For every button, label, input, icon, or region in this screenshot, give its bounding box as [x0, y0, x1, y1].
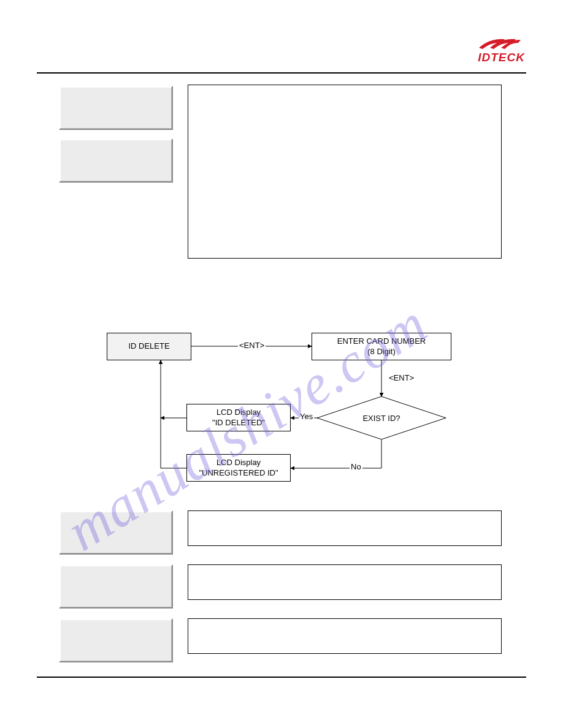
large-info-box	[188, 85, 502, 259]
panel-row3-left	[59, 618, 173, 662]
brand-logo: IDTECK	[478, 36, 525, 63]
flow-lcd-unreg-l2: "UNREGISTERED ID"	[199, 468, 278, 479]
flow-no-label: No	[350, 462, 362, 471]
flow-lcd-deleted-l1: LCD Display	[216, 408, 261, 418]
flow-exist-id-diamond: EXIST ID?	[317, 396, 446, 439]
logo-text: IDTECK	[478, 51, 525, 63]
logo-swoosh-icon	[478, 36, 525, 50]
flow-lcd-deleted: LCD Display "ID DELETED"	[186, 404, 291, 431]
flow-enter-card: ENTER CARD NUMBER (8 Digit)	[312, 333, 451, 360]
flow-ent1-label: <ENT>	[238, 341, 266, 350]
flow-lcd-unreg: LCD Display "UNREGISTERED ID"	[186, 454, 291, 482]
flow-yes-label: Yes	[299, 412, 314, 421]
flow-id-delete-label: ID DELETE	[128, 341, 169, 352]
flow-ent2-label: <ENT>	[388, 373, 415, 382]
flow-id-delete: ID DELETE	[107, 333, 191, 360]
panel-row2-right	[188, 564, 502, 600]
panel-row2-left	[59, 564, 173, 609]
flow-enter-card-l2: (8 Digit)	[367, 347, 396, 357]
panel-row1-left	[59, 510, 173, 555]
panel-row1-right	[188, 510, 502, 546]
flow-exist-id-label: EXIST ID?	[317, 396, 446, 439]
header-rule	[37, 72, 526, 74]
panel-row3-right	[188, 618, 502, 654]
panel-top-1	[59, 86, 173, 130]
flow-enter-card-l1: ENTER CARD NUMBER	[337, 336, 426, 347]
flow-lcd-deleted-l2: "ID DELETED"	[212, 418, 265, 428]
panel-top-2	[59, 138, 173, 183]
flow-lcd-unreg-l1: LCD Display	[216, 458, 261, 468]
footer-rule	[37, 677, 526, 678]
